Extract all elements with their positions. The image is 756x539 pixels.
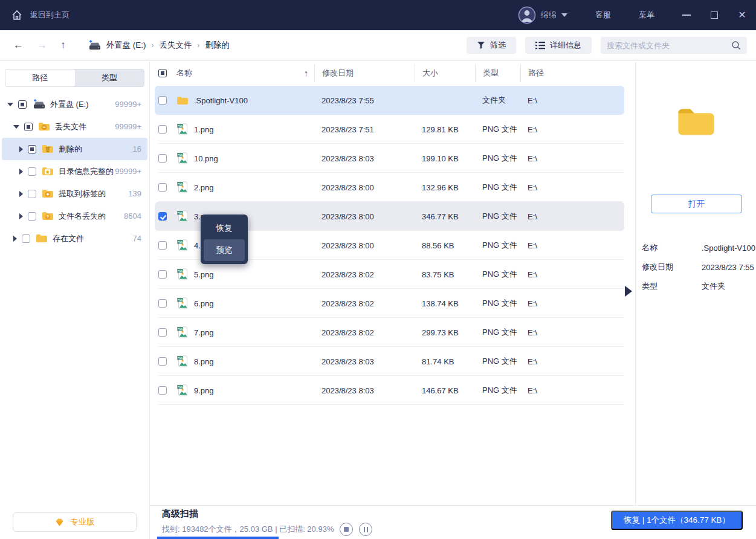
preview-collapse-handle[interactable] — [625, 286, 632, 297]
sidebar-item-drive[interactable]: 外置盘 (E:) 99999+ — [2, 93, 147, 115]
open-button[interactable]: 打开 — [651, 195, 742, 213]
file-size: 199.10 KB — [422, 154, 482, 163]
column-header-path[interactable]: 路径 — [528, 68, 544, 79]
file-path: E:\ — [528, 386, 623, 395]
context-menu-recover[interactable]: 恢复 — [204, 218, 245, 239]
row-checkbox[interactable] — [158, 183, 167, 192]
details-button[interactable]: 详细信息 — [525, 37, 592, 54]
recover-button[interactable]: 恢复 | 1个文件（346.77 KB） — [611, 511, 743, 530]
column-header-date[interactable]: 修改日期 — [322, 68, 354, 79]
row-checkbox[interactable] — [158, 125, 167, 134]
minimize-button[interactable] — [673, 0, 700, 30]
breadcrumb-lost-files[interactable]: 丢失文件 — [160, 40, 192, 51]
column-header-name[interactable]: 名称 — [176, 68, 192, 79]
tab-type[interactable]: 类型 — [75, 69, 144, 86]
checkbox-indeterminate[interactable] — [18, 100, 27, 109]
search-box[interactable] — [601, 37, 747, 54]
menu-link[interactable]: 菜单 — [639, 10, 654, 21]
sidebar-item-extracted-tags[interactable]: 提取到标签的 139 — [2, 182, 147, 205]
sidebar-item-deleted[interactable]: 删除的 16 — [2, 138, 147, 160]
file-date: 2023/8/23 8:02 — [321, 299, 422, 308]
table-row[interactable]: PNG 5.png 2023/8/23 8:02 83.75 KB PNG 文件… — [150, 260, 635, 289]
file-list-panel: 名称 ↑ 修改日期 大小 类型 路径 .Spotlight-V100 2023/… — [150, 62, 635, 505]
close-button[interactable]: ✕ — [728, 0, 756, 30]
support-link[interactable]: 客服 — [595, 10, 611, 21]
sidebar-item-existing-files[interactable]: 存在文件 74 — [2, 227, 147, 250]
table-row[interactable]: PNG 2.png 2023/8/23 8:00 132.96 KB PNG 文… — [150, 173, 635, 202]
row-checkbox-checked[interactable] — [158, 212, 167, 221]
preview-field-label: 类型 — [642, 281, 702, 292]
avatar[interactable] — [518, 6, 536, 24]
forward-button[interactable]: → — [37, 39, 47, 51]
file-path: E:\ — [528, 96, 623, 105]
username[interactable]: 绵绵 — [541, 10, 557, 21]
row-checkbox[interactable] — [158, 96, 167, 105]
checkbox-unchecked[interactable] — [28, 190, 36, 198]
collapse-arrow-icon[interactable] — [19, 213, 23, 219]
folder-question-icon: ? — [42, 211, 54, 221]
filter-button[interactable]: 筛选 — [467, 37, 516, 54]
checkbox-indeterminate[interactable] — [28, 145, 36, 153]
row-checkbox[interactable] — [158, 357, 167, 366]
svg-text:PNG: PNG — [177, 240, 183, 244]
checkbox-unchecked[interactable] — [28, 167, 36, 176]
tab-path[interactable]: 路径 — [5, 69, 75, 86]
table-row[interactable]: PNG 7.png 2023/8/23 8:02 299.73 KB PNG 文… — [150, 318, 635, 347]
file-type: PNG 文件 — [482, 240, 528, 251]
sidebar-item-filename-lost[interactable]: ? 文件名丢失的 8604 — [2, 205, 147, 227]
table-row[interactable]: .Spotlight-V100 2023/8/23 7:55 文件夹 E:\ — [155, 86, 624, 115]
maximize-button[interactable] — [700, 0, 728, 30]
table-row[interactable]: PNG 9.png 2023/8/23 8:03 146.67 KB PNG 文… — [150, 376, 635, 405]
svg-text:PNG: PNG — [177, 357, 183, 360]
row-checkbox[interactable] — [158, 328, 167, 337]
row-checkbox[interactable] — [158, 270, 167, 279]
sidebar-item-lost-files[interactable]: 丢失文件 99999+ — [2, 115, 147, 138]
expand-arrow-icon[interactable] — [13, 125, 19, 129]
table-row[interactable]: PNG 10.png 2023/8/23 8:03 199.10 KB PNG … — [150, 144, 635, 173]
table-row[interactable]: PNG 8.png 2023/8/23 8:03 81.74 KB PNG 文件… — [150, 347, 635, 376]
back-button[interactable]: ← — [13, 39, 24, 51]
pause-scan-button[interactable] — [359, 523, 372, 536]
file-name: .Spotlight-V100 — [194, 96, 248, 105]
drive-icon — [32, 99, 45, 109]
search-input[interactable] — [607, 41, 731, 50]
user-caret-icon[interactable] — [561, 13, 567, 20]
up-button[interactable]: ↑ — [60, 39, 66, 51]
collapse-arrow-icon[interactable] — [19, 191, 23, 197]
pro-version-button[interactable]: 专业版 — [13, 512, 137, 532]
expand-arrow-icon[interactable] — [7, 103, 13, 106]
file-type: PNG 文件 — [482, 356, 528, 367]
select-all-checkbox[interactable] — [158, 69, 167, 77]
collapse-arrow-icon[interactable] — [19, 169, 23, 175]
sidebar-item-label: 删除的 — [59, 144, 82, 155]
collapse-arrow-icon[interactable] — [19, 146, 23, 152]
table-row[interactable]: PNG 1.png 2023/8/23 7:51 129.81 KB PNG 文… — [150, 115, 635, 144]
column-header-size[interactable]: 大小 — [422, 68, 438, 79]
row-checkbox[interactable] — [158, 299, 167, 308]
breadcrumb-deleted[interactable]: 删除的 — [205, 40, 230, 51]
column-header-type[interactable]: 类型 — [483, 68, 499, 79]
home-icon[interactable] — [11, 9, 23, 21]
file-date: 2023/8/23 8:02 — [321, 328, 422, 337]
sort-ascending-icon[interactable]: ↑ — [304, 68, 308, 78]
home-label[interactable]: 返回到主页 — [30, 10, 69, 21]
file-name: 8.png — [194, 357, 214, 366]
row-checkbox[interactable] — [158, 154, 167, 163]
search-icon[interactable] — [731, 40, 741, 50]
checkbox-unchecked[interactable] — [22, 234, 30, 243]
sidebar-item-directory-complete[interactable]: 目录信息完整的 99999+ — [2, 160, 147, 182]
table-row[interactable]: PNG 6.png 2023/8/23 8:02 138.74 KB PNG 文… — [150, 289, 635, 318]
context-menu-preview[interactable]: 预览 — [204, 239, 245, 261]
row-checkbox[interactable] — [158, 241, 167, 250]
row-checkbox[interactable] — [158, 386, 167, 395]
png-file-icon: PNG — [176, 181, 189, 193]
file-path: E:\ — [528, 299, 623, 308]
breadcrumb-drive[interactable]: 外置盘 (E:) — [106, 40, 146, 51]
file-path: E:\ — [528, 183, 623, 192]
collapse-arrow-icon[interactable] — [13, 236, 17, 242]
checkbox-indeterminate[interactable] — [24, 123, 33, 131]
checkbox-unchecked[interactable] — [28, 212, 36, 221]
stop-scan-button[interactable] — [340, 523, 353, 536]
file-type: PNG 文件 — [482, 327, 528, 338]
sidebar: 路径 类型 外置盘 (E:) 99999+ — [0, 62, 150, 505]
